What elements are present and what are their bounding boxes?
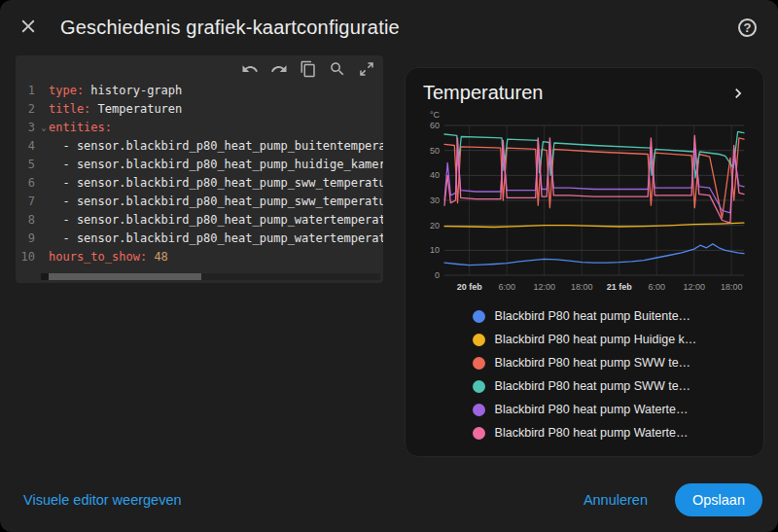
code-line: 10hours_to_show: 48 (16, 248, 383, 266)
svg-text:18:00: 18:00 (571, 282, 593, 292)
svg-text:12:00: 12:00 (533, 282, 555, 292)
code-line: 8 - sensor.blackbird_p80_heat_pump_water… (16, 211, 383, 230)
code-line: 6 - sensor.blackbird_p80_heat_pump_sww_t… (16, 174, 383, 193)
help-icon: ? (744, 20, 752, 35)
scrollbar-corner (41, 273, 49, 280)
scrollbar-thumb[interactable] (49, 273, 201, 280)
legend-label: Blackbird P80 heat pump Waterte… (495, 403, 689, 416)
code-line: 3⌄entities: (16, 119, 383, 137)
svg-text:20: 20 (430, 221, 440, 231)
history-graph-card: Temperaturen 0102030405060°C20 feb6:0012… (405, 67, 764, 457)
legend-item[interactable]: Blackbird P80 heat pump Huidige k… (473, 328, 697, 351)
code-line: 9 - sensor.blackbird_p80_heat_pump_water… (16, 230, 383, 248)
code-lines: 1type: history-graph2title: Temperaturen… (16, 55, 383, 266)
svg-text:6:00: 6:00 (648, 282, 665, 292)
legend-dot (473, 334, 485, 346)
card-preview-area: Temperaturen 0102030405060°C20 feb6:0012… (383, 55, 764, 457)
fullscreen-icon[interactable] (358, 60, 375, 78)
close-icon (18, 16, 39, 40)
legend-dot (473, 427, 485, 440)
undo-icon[interactable] (241, 60, 259, 78)
legend-item[interactable]: Blackbird P80 heat pump Buitente… (473, 304, 697, 328)
code-line: 7 - sensor.blackbird_p80_heat_pump_sww_t… (16, 193, 383, 211)
yaml-editor[interactable]: 1type: history-graph2title: Temperaturen… (16, 55, 383, 283)
save-button[interactable]: Opslaan (675, 483, 762, 516)
svg-text:°C: °C (430, 110, 441, 120)
svg-text:18:00: 18:00 (721, 282, 743, 292)
legend-item[interactable]: Blackbird P80 heat pump Waterte… (473, 421, 697, 444)
card-header: Temperaturen (417, 80, 752, 110)
legend-item[interactable]: Blackbird P80 heat pump Waterte… (473, 398, 697, 421)
dialog-footer: Visuele editor weergeven Annuleren Opsla… (0, 470, 778, 532)
code-line: 2title: Temperaturen (16, 100, 383, 119)
search-icon[interactable] (329, 60, 346, 78)
legend-dot (473, 310, 485, 323)
cancel-button[interactable]: Annuleren (584, 492, 648, 508)
card-config-dialog: Geschiedenis grafiek-kaartconfiguratie ? (0, 0, 778, 532)
legend-label: Blackbird P80 heat pump Waterte… (495, 426, 689, 440)
redo-icon[interactable] (270, 60, 288, 78)
footer-actions: Annuleren Opslaan (584, 483, 762, 516)
svg-text:20 feb: 20 feb (457, 282, 483, 292)
horizontal-scrollbar[interactable] (49, 273, 380, 280)
temperature-chart: 0102030405060°C20 feb6:0012:0018:0021 fe… (417, 110, 752, 297)
copy-icon[interactable] (300, 60, 317, 78)
code-line: 1type: history-graph (16, 82, 383, 100)
legend-label: Blackbird P80 heat pump Huidige k… (495, 333, 697, 346)
chevron-right-icon[interactable] (728, 84, 748, 103)
chart-legend: Blackbird P80 heat pump Buitente…Blackbi… (473, 304, 697, 444)
dialog-content: 1type: history-graph2title: Temperaturen… (0, 50, 778, 457)
svg-text:21 feb: 21 feb (607, 282, 633, 292)
visual-editor-link[interactable]: Visuele editor weergeven (23, 492, 182, 508)
dialog-header: Geschiedenis grafiek-kaartconfiguratie ? (0, 0, 778, 50)
code-line: 4 - sensor.blackbird_p80_heat_pump_buite… (16, 137, 383, 156)
svg-text:30: 30 (430, 195, 440, 205)
dialog-title: Geschiedenis grafiek-kaartconfiguratie (60, 17, 400, 39)
code-line: 5 - sensor.blackbird_p80_heat_pump_huidi… (16, 156, 383, 174)
legend-item[interactable]: Blackbird P80 heat pump SWW te… (473, 374, 697, 398)
close-button[interactable] (18, 16, 39, 40)
legend-item[interactable]: Blackbird P80 heat pump SWW te… (473, 351, 697, 374)
svg-text:50: 50 (430, 146, 440, 156)
editor-toolbar (241, 60, 375, 78)
svg-text:0: 0 (435, 270, 440, 280)
legend-label: Blackbird P80 heat pump Buitente… (495, 309, 691, 323)
svg-text:60: 60 (430, 121, 440, 130)
legend-dot (473, 357, 485, 370)
help-button[interactable]: ? (738, 18, 757, 37)
svg-text:6:00: 6:00 (498, 282, 515, 292)
svg-text:12:00: 12:00 (683, 282, 705, 292)
card-title: Temperaturen (423, 82, 543, 104)
legend-label: Blackbird P80 heat pump SWW te… (495, 379, 690, 393)
svg-text:10: 10 (430, 245, 440, 255)
legend-label: Blackbird P80 heat pump SWW te… (495, 356, 690, 370)
legend-dot (473, 404, 485, 416)
legend-dot (473, 380, 485, 393)
svg-text:40: 40 (430, 170, 440, 180)
